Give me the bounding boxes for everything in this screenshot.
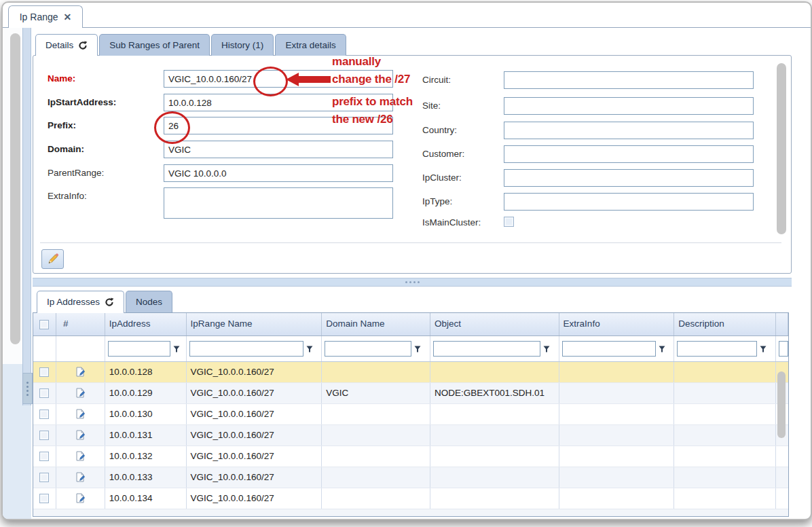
table-row[interactable]: 10.0.0.134 VGIC_10.0.0.160/27 bbox=[33, 488, 788, 509]
parentrange-field[interactable] bbox=[164, 164, 393, 182]
row-checkbox[interactable] bbox=[33, 425, 56, 446]
funnel-icon[interactable] bbox=[173, 346, 180, 352]
grid-header: # IpAddress IpRange Name Domain Name Obj… bbox=[33, 313, 788, 336]
ipcluster-field[interactable] bbox=[504, 169, 754, 187]
grid-scrollbar-thumb[interactable] bbox=[777, 371, 786, 438]
table-row[interactable]: 10.0.0.132 VGIC_10.0.0.160/27 bbox=[33, 446, 788, 467]
cell-partial bbox=[776, 446, 788, 467]
tab-nodes[interactable]: Nodes bbox=[126, 291, 172, 312]
filter-ipaddress-input[interactable] bbox=[108, 341, 170, 357]
customer-field[interactable] bbox=[504, 145, 754, 163]
country-field[interactable] bbox=[504, 122, 754, 139]
cell-domain-name: VGIC bbox=[322, 383, 430, 403]
extrainfo-field[interactable] bbox=[164, 187, 393, 219]
select-all-checkbox[interactable] bbox=[33, 313, 56, 335]
page-with-pencil-icon bbox=[75, 367, 86, 378]
details-tabstrip: Details Sub Ranges of Parent History (1)… bbox=[35, 34, 346, 56]
close-icon[interactable]: ✕ bbox=[64, 12, 72, 22]
row-edit-icon[interactable] bbox=[56, 404, 105, 424]
ismaincluster-checkbox[interactable] bbox=[504, 217, 514, 227]
ipstartaddress-label: IpStartAddress: bbox=[48, 97, 116, 107]
country-label: Country: bbox=[422, 125, 457, 135]
cell-domain-name bbox=[322, 467, 430, 488]
tab-history[interactable]: History (1) bbox=[211, 34, 274, 56]
cell-object bbox=[430, 488, 559, 509]
page-with-pencil-icon bbox=[75, 472, 86, 483]
funnel-icon[interactable] bbox=[414, 346, 421, 352]
iptype-field[interactable] bbox=[504, 193, 754, 211]
filter-iprange-input[interactable] bbox=[189, 341, 303, 357]
row-checkbox[interactable] bbox=[33, 467, 56, 488]
funnel-icon[interactable] bbox=[306, 346, 313, 352]
tab-ip-range[interactable]: Ip Range ✕ bbox=[8, 5, 83, 28]
table-row[interactable]: 10.0.0.129 VGIC_10.0.0.160/27 VGIC NODE:… bbox=[33, 383, 788, 404]
domain-field[interactable] bbox=[164, 141, 393, 158]
row-checkbox[interactable] bbox=[33, 404, 56, 424]
name-label: Name: bbox=[48, 73, 75, 84]
table-row[interactable]: 10.0.0.133 VGIC_10.0.0.160/27 bbox=[33, 467, 788, 488]
row-checkbox[interactable] bbox=[33, 362, 56, 382]
table-row[interactable]: 10.0.0.131 VGIC_10.0.0.160/27 bbox=[33, 425, 788, 446]
cell-description bbox=[674, 467, 776, 488]
row-edit-icon[interactable] bbox=[56, 467, 105, 488]
left-collapse-handle[interactable] bbox=[22, 373, 33, 404]
cell-extrainfo bbox=[559, 425, 675, 446]
left-scrollbar-thumb[interactable] bbox=[10, 33, 20, 344]
col-header-object[interactable]: Object bbox=[430, 313, 559, 335]
cell-ipaddress: 10.0.0.130 bbox=[105, 404, 187, 424]
funnel-icon[interactable] bbox=[659, 346, 665, 352]
tab-extra-details[interactable]: Extra details bbox=[275, 34, 346, 56]
ipcluster-label: IpCluster: bbox=[422, 172, 462, 183]
tab-ip-addresses[interactable]: Ip Addresses bbox=[37, 291, 124, 312]
filter-domain-input[interactable] bbox=[325, 341, 411, 357]
site-field[interactable] bbox=[504, 97, 754, 115]
col-header-extrainfo[interactable]: ExtraInfo bbox=[559, 313, 675, 335]
iptype-label: IpType: bbox=[422, 196, 452, 206]
prefix-label: Prefix: bbox=[48, 120, 76, 130]
filter-extrainfo-input[interactable] bbox=[562, 341, 656, 357]
panel-splitter[interactable] bbox=[33, 278, 792, 287]
filter-partial-input[interactable] bbox=[779, 341, 788, 357]
left-splitter-bar[interactable] bbox=[22, 28, 31, 405]
cell-extrainfo bbox=[559, 446, 675, 467]
site-label: Site: bbox=[422, 101, 441, 111]
name-field[interactable] bbox=[164, 70, 393, 88]
col-header-number[interactable]: # bbox=[56, 313, 105, 335]
row-edit-icon[interactable] bbox=[56, 446, 105, 467]
details-scrollbar-thumb[interactable] bbox=[777, 63, 786, 234]
circuit-field[interactable] bbox=[504, 71, 754, 89]
ip-addresses-grid: # IpAddress IpRange Name Domain Name Obj… bbox=[33, 312, 789, 517]
cell-iprange-name: VGIC_10.0.0.160/27 bbox=[187, 362, 322, 382]
cell-extrainfo bbox=[559, 488, 675, 509]
row-edit-icon[interactable] bbox=[56, 383, 105, 403]
table-row[interactable]: 10.0.0.128 VGIC_10.0.0.160/27 bbox=[33, 362, 788, 383]
row-edit-icon[interactable] bbox=[56, 362, 105, 382]
filter-description-input[interactable] bbox=[677, 341, 757, 357]
col-header-domain-name[interactable]: Domain Name bbox=[322, 313, 430, 335]
refresh-icon[interactable] bbox=[78, 41, 88, 50]
circuit-label: Circuit: bbox=[422, 75, 451, 85]
col-header-ipaddress[interactable]: IpAddress bbox=[105, 313, 187, 335]
toolbar-divider bbox=[40, 242, 781, 243]
filter-object-input[interactable] bbox=[433, 341, 540, 357]
tab-sub-ranges[interactable]: Sub Ranges of Parent bbox=[99, 34, 210, 56]
col-header-description[interactable]: Description bbox=[674, 313, 776, 335]
parentrange-label: ParentRange: bbox=[48, 168, 104, 178]
edit-button[interactable] bbox=[41, 249, 64, 269]
tab-details[interactable]: Details bbox=[35, 34, 98, 56]
row-edit-icon[interactable] bbox=[56, 425, 105, 446]
row-checkbox[interactable] bbox=[33, 383, 56, 403]
cell-domain-name bbox=[322, 446, 430, 467]
ipstartaddress-field[interactable] bbox=[164, 94, 393, 111]
row-checkbox[interactable] bbox=[33, 446, 56, 467]
table-row[interactable]: 10.0.0.130 VGIC_10.0.0.160/27 bbox=[33, 404, 788, 425]
row-edit-icon[interactable] bbox=[56, 488, 105, 509]
funnel-icon[interactable] bbox=[760, 346, 767, 352]
refresh-icon[interactable] bbox=[105, 297, 114, 307]
row-checkbox[interactable] bbox=[33, 488, 56, 509]
cell-iprange-name: VGIC_10.0.0.160/27 bbox=[187, 488, 322, 509]
col-header-iprange-name[interactable]: IpRange Name bbox=[187, 313, 322, 335]
cell-ipaddress: 10.0.0.128 bbox=[105, 362, 187, 382]
funnel-icon[interactable] bbox=[543, 346, 550, 352]
prefix-field[interactable] bbox=[164, 117, 393, 134]
